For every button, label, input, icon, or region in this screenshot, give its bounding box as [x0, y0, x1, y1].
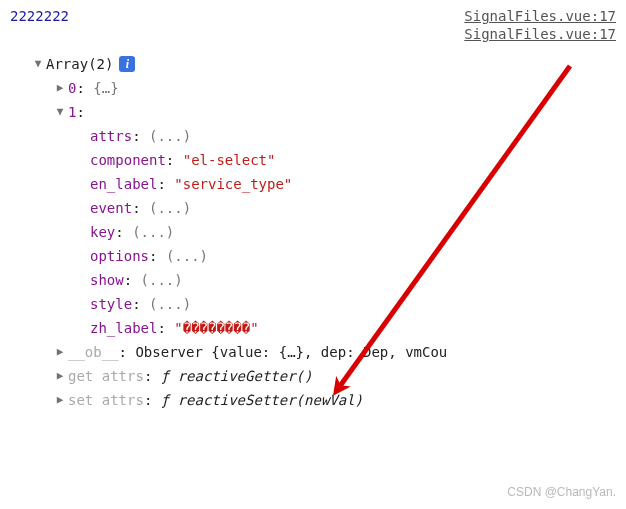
chevron-down-icon[interactable]: ▼: [32, 52, 44, 76]
item-0-preview: {…}: [93, 76, 118, 100]
prop-value: (...): [132, 220, 174, 244]
chevron-down-icon[interactable]: ▼: [54, 100, 66, 124]
chevron-right-icon[interactable]: ▶: [54, 364, 66, 388]
prop-name: key: [90, 220, 115, 244]
setter-row[interactable]: ▶ set attrs: ƒ reactiveSetter(newVal): [14, 388, 616, 412]
array-item-1-row[interactable]: ▼ 1:: [14, 100, 616, 124]
prop-name: component: [90, 148, 166, 172]
prop-value: "el-select": [183, 148, 276, 172]
observer-preview: Observer {value: {…}, dep: Dep, vmCou: [135, 340, 447, 364]
prop-value: "service_type": [174, 172, 292, 196]
prop-en-label-row[interactable]: en_label: "service_type": [14, 172, 616, 196]
prop-component-row[interactable]: component: "el-select": [14, 148, 616, 172]
prop-value: (...): [149, 292, 191, 316]
index-key-0: 0: [68, 76, 76, 100]
console-log-message: 2222222: [10, 8, 69, 24]
prop-name: options: [90, 244, 149, 268]
chevron-right-icon[interactable]: ▶: [54, 388, 66, 412]
setter-prefix: set attrs: [68, 388, 144, 412]
array-item-0-row[interactable]: ▶ 0: {…}: [14, 76, 616, 100]
getter-prefix: get attrs: [68, 364, 144, 388]
prop-value-garbled: "��������": [174, 316, 258, 340]
source-link-1[interactable]: SignalFiles.vue:17: [464, 8, 616, 24]
chevron-right-icon[interactable]: ▶: [54, 340, 66, 364]
index-key-1: 1: [68, 100, 76, 124]
prop-name: event: [90, 196, 132, 220]
getter-fn: ƒ reactiveGetter(): [161, 364, 313, 388]
prop-key-row[interactable]: key: (...): [14, 220, 616, 244]
setter-fn: ƒ reactiveSetter(newVal): [161, 388, 363, 412]
prop-event-row[interactable]: event: (...): [14, 196, 616, 220]
array-root-row[interactable]: ▼ Array(2) i: [14, 52, 616, 76]
prop-attrs-row[interactable]: attrs: (...): [14, 124, 616, 148]
array-header: Array(2): [46, 52, 113, 76]
observer-key: __ob__: [68, 340, 119, 364]
prop-value: (...): [166, 244, 208, 268]
prop-zh-label-row[interactable]: zh_label: "��������": [14, 316, 616, 340]
getter-row[interactable]: ▶ get attrs: ƒ reactiveGetter(): [14, 364, 616, 388]
prop-name: attrs: [90, 124, 132, 148]
watermark: CSDN @ChangYan.: [507, 485, 616, 499]
prop-show-row[interactable]: show: (...): [14, 268, 616, 292]
prop-name: show: [90, 268, 124, 292]
info-icon[interactable]: i: [119, 56, 135, 72]
prop-value: (...): [141, 268, 183, 292]
prop-value: (...): [149, 196, 191, 220]
source-link-2[interactable]: SignalFiles.vue:17: [464, 26, 616, 42]
object-tree: ▼ Array(2) i ▶ 0: {…} ▼ 1: attrs: (...) …: [10, 52, 616, 412]
prop-name: en_label: [90, 172, 157, 196]
prop-name: zh_label: [90, 316, 157, 340]
prop-value: (...): [149, 124, 191, 148]
observer-row[interactable]: ▶ __ob__: Observer {value: {…}, dep: Dep…: [14, 340, 616, 364]
prop-options-row[interactable]: options: (...): [14, 244, 616, 268]
prop-style-row[interactable]: style: (...): [14, 292, 616, 316]
chevron-right-icon[interactable]: ▶: [54, 76, 66, 100]
prop-name: style: [90, 292, 132, 316]
